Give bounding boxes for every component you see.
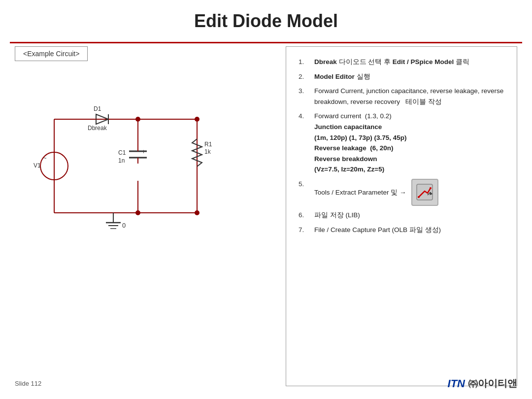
svg-text:~: ~ [43,155,46,161]
item-content-2: Model Editor 실행 [314,71,504,82]
dbreak-label: Dbreak [88,125,107,132]
item-num-2: 2. [299,71,309,82]
list-item: 1. Dbreak 다이오드 선택 후 Edit / PSpice Model … [299,57,504,67]
svg-point-8 [135,210,140,215]
svg-text:+: + [142,148,145,155]
instruction-list: 1. Dbreak 다이오드 선택 후 Edit / PSpice Model … [299,57,504,235]
v1-label: V1 [33,162,41,169]
item-content-1: Dbreak 다이오드 선택 후 Edit / PSpice Model 클릭 [314,57,504,67]
page-title: Edit Diode Model [0,0,532,36]
c1-label: C1 [118,149,126,156]
r1-value: 1k [204,148,211,155]
item-num-4: 4. [299,111,309,175]
logo-itn: ITN [448,377,465,390]
list-item: 5. Tools / Extract Parameter 및 → [299,179,504,206]
list-item: 6. 파일 저장 (LIB) [299,210,504,221]
item-num-6: 6. [299,210,309,221]
circuit-diagram: ~ V1 D1 Dbreak + [15,70,251,257]
d1-label: D1 [94,105,101,112]
right-panel: 1. Dbreak 다이오드 선택 후 Edit / PSpice Model … [286,46,517,386]
left-panel: <Example Circuit> [15,46,271,386]
list-item: 2. Model Editor 실행 [299,71,504,82]
circuit-svg: ~ V1 D1 Dbreak + [15,70,251,257]
logo-korean: ㈜아이티앤 [468,377,517,390]
list-item: 4. Forward current (1.3, 0.2) Junction c… [299,111,504,175]
r1-label: R1 [204,141,212,148]
svg-point-30 [430,187,432,189]
step5-text: Tools / Extract Parameter 및 → [314,187,406,198]
ground-label: 0 [122,222,126,229]
footer: Slide 112 ITN ㈜아이티앤 [15,377,517,390]
item-num-1: 1. [299,57,309,67]
item-num-7: 7. [299,225,309,235]
main-content: <Example Circuit> [0,46,532,386]
item-num-5: 5. [299,179,309,206]
example-circuit-label: <Example Circuit> [15,46,88,61]
list-item: 7. File / Create Capture Part (OLB 파일 생성… [299,225,504,235]
item-content-6: 파일 저장 (LIB) [314,210,504,221]
item-content-4: Forward current (1.3, 0.2) Junction capa… [314,111,504,175]
item-content-7: File / Create Capture Part (OLB 파일 생성) [314,225,504,235]
item-content-3: Forward Current, junction capacitance, r… [314,86,504,107]
slide-number: Slide 112 [15,380,41,387]
extract-parameter-icon [411,179,438,206]
svg-point-29 [418,196,420,198]
c1-value: 1n [118,157,125,164]
item-content-5: Tools / Extract Parameter 및 → [314,179,504,206]
decorative-line [10,42,522,43]
list-item: 3. Forward Current, junction capacitance… [299,86,504,107]
item-num-3: 3. [299,86,309,107]
logo-area: ITN ㈜아이티앤 [448,377,517,390]
